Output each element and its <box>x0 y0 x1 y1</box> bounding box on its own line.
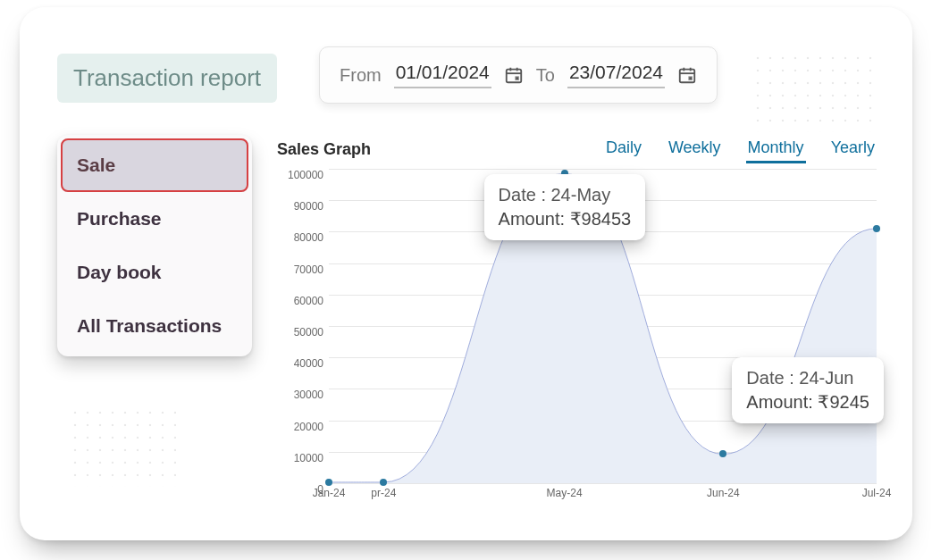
svg-rect-5 <box>680 70 695 83</box>
granularity-tab-yearly[interactable]: Yearly <box>829 135 877 163</box>
to-label: To <box>536 65 555 86</box>
y-tick-label: 100000 <box>277 169 323 181</box>
chart-tooltip: Date : 24-MayAmount: ₹98453 <box>484 174 646 240</box>
svg-rect-9 <box>689 77 693 80</box>
sidebar-item-all-transactions[interactable]: All Transactions <box>61 299 248 353</box>
date-range-picker: From 01/01/2024 To 23/07/2024 <box>319 46 718 104</box>
sidebar-item-purchase[interactable]: Purchase <box>61 192 248 246</box>
data-point[interactable] <box>380 479 387 486</box>
y-tick-label: 80000 <box>277 231 323 244</box>
sales-chart: 0100002000030000400005000060000700008000… <box>277 169 877 499</box>
y-tick-label: 70000 <box>277 263 323 276</box>
page-title: Transaction report <box>57 54 277 103</box>
gridline <box>329 483 877 484</box>
y-tick-label: 60000 <box>277 295 323 307</box>
x-tick-label: Jun-24 <box>707 487 740 499</box>
y-tick-label: 40000 <box>277 357 323 370</box>
from-date-input[interactable]: 01/01/2024 <box>394 62 491 88</box>
granularity-tab-monthly[interactable]: Monthly <box>746 135 806 163</box>
decorative-dots-bottom-left <box>69 406 176 487</box>
tooltip-date: Date : 24-Jun <box>746 366 869 390</box>
calendar-icon[interactable] <box>677 65 697 85</box>
to-date-input[interactable]: 23/07/2024 <box>567 62 665 88</box>
granularity-tab-weekly[interactable]: Weekly <box>667 135 723 163</box>
x-tick-label: Jan-24 <box>313 487 346 499</box>
data-point[interactable] <box>873 225 880 232</box>
sidebar-item-day-book[interactable]: Day book <box>61 246 248 299</box>
tooltip-amount: Amount: ₹9245 <box>746 390 869 414</box>
x-tick-label: May-24 <box>547 487 583 499</box>
x-tick-label: Jul-24 <box>862 487 892 499</box>
y-tick-label: 20000 <box>277 421 323 433</box>
y-tick-label: 30000 <box>277 389 323 401</box>
y-tick-label: 50000 <box>277 326 323 339</box>
y-tick-label: 90000 <box>277 200 323 213</box>
sidebar-item-sale[interactable]: Sale <box>61 138 248 192</box>
calendar-icon[interactable] <box>504 65 524 85</box>
data-point[interactable] <box>325 479 332 486</box>
data-point[interactable] <box>719 450 726 457</box>
x-tick-label: pr-24 <box>371 487 396 499</box>
from-label: From <box>340 65 382 86</box>
granularity-tab-daily[interactable]: Daily <box>604 135 643 163</box>
decorative-dots-top-right <box>751 52 877 132</box>
tooltip-date: Date : 24-May <box>499 183 632 207</box>
granularity-tabs: DailyWeeklyMonthlyYearly <box>604 135 877 163</box>
report-type-sidebar: SalePurchaseDay bookAll Transactions <box>57 135 252 356</box>
chart-title: Sales Graph <box>277 140 371 159</box>
tooltip-amount: Amount: ₹98453 <box>499 207 632 231</box>
svg-rect-0 <box>507 70 522 83</box>
chart-tooltip: Date : 24-JunAmount: ₹9245 <box>732 357 884 423</box>
svg-rect-4 <box>516 77 519 80</box>
y-tick-label: 10000 <box>277 452 323 464</box>
